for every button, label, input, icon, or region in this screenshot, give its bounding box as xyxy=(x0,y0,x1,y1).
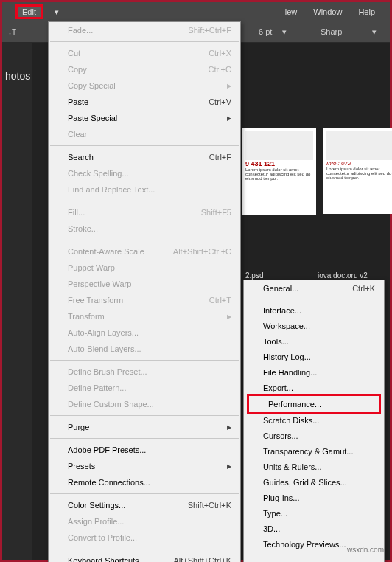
menu-item-paste-special[interactable]: Paste Special▶ xyxy=(49,110,240,126)
menu-item-fill: Fill...Shift+F5 xyxy=(49,204,240,221)
menu-item-label: Transparency & Gamut... xyxy=(263,447,353,456)
menu-shortcut: Ctrl+K xyxy=(352,284,375,293)
menu-item-purge[interactable]: Purge▶ xyxy=(49,419,240,435)
menu-separator xyxy=(50,240,239,240)
submenu-arrow-icon: ▶ xyxy=(227,83,231,89)
menu-shortcut: Alt+Shift+Ctrl+C xyxy=(173,247,231,256)
dropdown-chevron-icon[interactable]: ▾ xyxy=(47,7,59,17)
menu-item-keyboard-shortcuts[interactable]: Keyboard Shortcuts...Alt+Shift+Ctrl+K xyxy=(49,552,240,562)
menu-item-adobe-pdf-presets[interactable]: Adobe PDF Presets... xyxy=(49,442,240,458)
thumbnail-1[interactable]: 9 431 121 Lorem ipsum dolor sit amet con… xyxy=(242,128,316,215)
pref-item-guides-grid-slices[interactable]: Guides, Grid & Slices... xyxy=(244,474,384,490)
menubar-view[interactable]: iew xyxy=(278,4,305,19)
menu-item-define-pattern: Define Pattern... xyxy=(49,380,240,396)
menu-item-label: Export... xyxy=(263,384,293,392)
tool-icon[interactable]: ↓T xyxy=(4,24,24,40)
menu-item-label: Performance... xyxy=(268,400,321,409)
menu-item-convert-to-profile: Convert to Profile... xyxy=(49,530,240,546)
thumb-phone: 9 431 121 xyxy=(245,160,313,167)
pref-item-workspace[interactable]: Workspace... xyxy=(244,318,384,333)
menu-item-presets[interactable]: Presets▶ xyxy=(49,458,240,474)
menu-item-auto-blend-layers: Auto-Blend Layers... xyxy=(49,341,240,357)
pref-item-file-handling[interactable]: File Handling... xyxy=(244,364,384,380)
antialias-chevron-icon[interactable]: ▾ xyxy=(372,27,377,37)
menu-item-define-brush-preset: Define Brush Preset... xyxy=(49,364,240,380)
menu-item-label: Auto-Blend Layers... xyxy=(68,344,141,353)
submenu-arrow-icon: ▶ xyxy=(227,424,231,431)
menu-item-auto-align-layers: Auto-Align Layers... xyxy=(49,325,240,341)
menu-item-free-transform: Free TransformCtrl+T xyxy=(49,292,240,308)
menu-item-paste[interactable]: PasteCtrl+V xyxy=(49,94,240,110)
pref-item-units-rulers[interactable]: Units & Rulers... xyxy=(244,459,384,474)
menu-shortcut: Ctrl+F xyxy=(209,153,231,162)
pref-item-transparency-gamut[interactable]: Transparency & Gamut... xyxy=(244,443,384,459)
menubar-edit[interactable]: Edit xyxy=(15,4,43,19)
svg-text:↓T: ↓T xyxy=(8,28,16,36)
menu-item-clear: Clear xyxy=(49,126,240,142)
pref-item-history-log[interactable]: History Log... xyxy=(244,349,384,364)
pref-item-performance[interactable]: Performance... xyxy=(249,396,379,412)
menubar-window[interactable]: Window xyxy=(306,4,349,19)
font-size-field[interactable]: 6 pt xyxy=(259,27,272,36)
menu-shortcut: Ctrl+X xyxy=(209,49,231,58)
menu-item-label: General... xyxy=(263,284,298,293)
edit-menu: Fade...Shift+Ctrl+FCutCtrl+XCopyCtrl+CCo… xyxy=(48,21,241,562)
menu-item-label: Copy xyxy=(68,65,87,74)
menu-item-copy-special: Copy Special▶ xyxy=(49,77,240,94)
menubar-help[interactable]: Help xyxy=(351,4,382,19)
menu-item-label: Units & Rulers... xyxy=(263,462,321,471)
menu-shortcut: Shift+F5 xyxy=(201,208,231,217)
menu-item-fade: Fade...Shift+Ctrl+F xyxy=(49,22,240,38)
pref-item-tools[interactable]: Tools... xyxy=(244,333,384,349)
thumb-info: Info : 072 xyxy=(326,160,392,167)
menu-item-label: Content-Aware Scale xyxy=(68,247,144,256)
submenu-arrow-icon: ▶ xyxy=(227,313,231,320)
menu-item-label: Stroke... xyxy=(68,224,98,233)
menu-separator xyxy=(50,41,239,42)
pref-item-cursors[interactable]: Cursors... xyxy=(244,428,384,443)
pref-item-general[interactable]: General...Ctrl+K xyxy=(244,280,384,296)
menu-item-color-settings[interactable]: Color Settings...Shift+Ctrl+K xyxy=(49,497,240,513)
menu-item-label: Clear xyxy=(68,130,87,139)
menu-separator xyxy=(245,299,382,299)
menu-separator xyxy=(245,555,382,555)
menu-item-label: Cursors... xyxy=(263,431,298,440)
menu-item-label: Assign Profile... xyxy=(68,517,124,526)
menu-item-label: Auto-Align Layers... xyxy=(68,328,139,337)
menu-item-remote-connections[interactable]: Remote Connections... xyxy=(49,474,240,490)
menu-item-label: Presets xyxy=(68,462,95,471)
pref-item-scratch-disks[interactable]: Scratch Disks... xyxy=(244,412,384,428)
menu-item-label: Copy Special xyxy=(68,81,116,90)
pref-item-camera-raw[interactable]: Camera Raw... xyxy=(244,558,384,562)
menu-separator xyxy=(50,493,239,494)
menubar: Edit ▾ iew Window Help xyxy=(2,2,390,21)
thumbnail-2[interactable]: Info : 072 Lorem ipsum dolor sit amet co… xyxy=(323,128,392,214)
font-size-chevron-icon[interactable]: ▾ xyxy=(282,27,287,37)
menu-shortcut: Alt+Shift+Ctrl+K xyxy=(173,556,231,562)
menu-separator xyxy=(50,360,239,361)
menu-item-label: Check Spelling... xyxy=(68,169,129,178)
sidebar-label: hotos xyxy=(2,69,33,83)
menu-separator xyxy=(50,438,239,439)
submenu-arrow-icon: ▶ xyxy=(227,115,231,122)
menu-item-label: Define Custom Shape... xyxy=(68,400,154,409)
menu-item-label: Convert to Profile... xyxy=(68,533,137,542)
pref-item-plug-ins[interactable]: Plug-Ins... xyxy=(244,490,384,505)
menu-item-copy: CopyCtrl+C xyxy=(49,61,240,77)
menu-item-label: File Handling... xyxy=(263,368,317,377)
menu-shortcut: Shift+Ctrl+K xyxy=(188,501,231,510)
menu-item-label: Define Pattern... xyxy=(68,384,127,392)
antialias-field[interactable]: Sharp xyxy=(321,27,342,36)
menu-item-label: Cut xyxy=(68,49,80,58)
pref-item-export[interactable]: Export... xyxy=(244,380,384,395)
menu-item-label: Transform xyxy=(68,312,105,321)
menu-item-label: Define Brush Preset... xyxy=(68,367,147,376)
pref-item-d[interactable]: 3D... xyxy=(244,521,384,536)
menu-item-label: Tools... xyxy=(263,337,289,346)
menu-item-search[interactable]: SearchCtrl+F xyxy=(49,149,240,165)
menu-item-label: Paste Special xyxy=(68,114,117,122)
pref-item-type[interactable]: Type... xyxy=(244,505,384,521)
menu-item-puppet-warp: Puppet Warp xyxy=(49,260,240,276)
pref-item-interface[interactable]: Interface... xyxy=(244,302,384,318)
menu-item-label: 3D... xyxy=(263,524,280,533)
